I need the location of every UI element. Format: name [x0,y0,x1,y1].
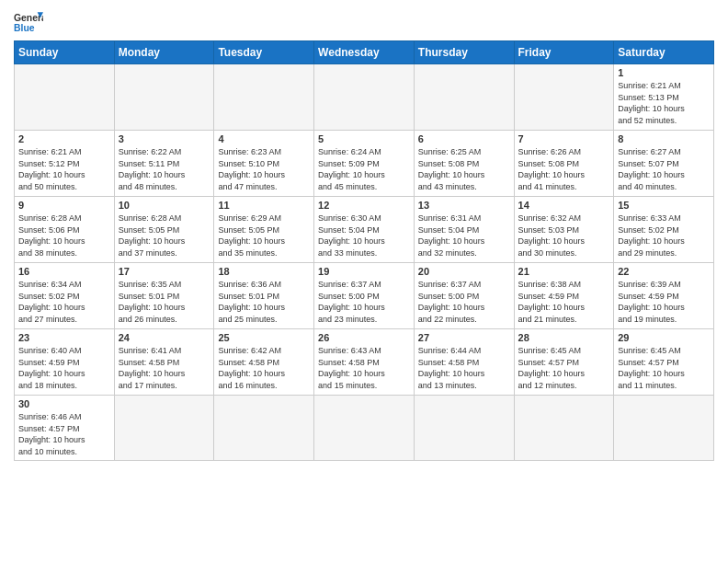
day-number: 18 [218,266,310,277]
day-info: Sunrise: 6:46 AM Sunset: 4:57 PM Dayligh… [18,411,110,457]
day-cell: 20Sunrise: 6:37 AM Sunset: 5:00 PM Dayli… [414,263,514,329]
day-cell: 25Sunrise: 6:42 AM Sunset: 4:58 PM Dayli… [214,329,314,396]
day-cell: 4Sunrise: 6:23 AM Sunset: 5:10 PM Daylig… [214,131,314,197]
calendar: SundayMondayTuesdayWednesdayThursdayFrid… [14,40,714,461]
weekday-saturday: Saturday [614,41,714,64]
day-cell: 6Sunrise: 6:25 AM Sunset: 5:08 PM Daylig… [414,131,514,197]
day-cell: 9Sunrise: 6:28 AM Sunset: 5:06 PM Daylig… [15,197,115,263]
day-number: 23 [18,332,110,343]
day-cell [114,64,214,131]
day-info: Sunrise: 6:25 AM Sunset: 5:08 PM Dayligh… [418,146,510,192]
day-number: 1 [618,67,710,78]
day-number: 12 [318,200,410,211]
day-number: 26 [318,332,410,343]
page: General Blue SundayMondayTuesdayWednesda… [0,0,728,563]
day-cell: 5Sunrise: 6:24 AM Sunset: 5:09 PM Daylig… [314,131,415,197]
day-number: 5 [318,133,410,144]
day-info: Sunrise: 6:36 AM Sunset: 5:01 PM Dayligh… [218,279,310,325]
day-info: Sunrise: 6:24 AM Sunset: 5:09 PM Dayligh… [318,146,410,192]
day-cell [414,396,514,461]
day-number: 8 [618,133,710,144]
week-row-2: 2Sunrise: 6:21 AM Sunset: 5:12 PM Daylig… [15,131,714,197]
day-cell: 18Sunrise: 6:36 AM Sunset: 5:01 PM Dayli… [214,263,314,329]
weekday-monday: Monday [114,41,214,64]
day-cell: 21Sunrise: 6:38 AM Sunset: 4:59 PM Dayli… [514,263,614,329]
day-cell [314,64,415,131]
day-cell: 22Sunrise: 6:39 AM Sunset: 4:59 PM Dayli… [614,263,714,329]
day-cell: 28Sunrise: 6:45 AM Sunset: 4:57 PM Dayli… [514,329,614,396]
day-cell: 29Sunrise: 6:45 AM Sunset: 4:57 PM Dayli… [614,329,714,396]
weekday-wednesday: Wednesday [314,41,415,64]
weekday-sunday: Sunday [15,41,115,64]
day-cell: 26Sunrise: 6:43 AM Sunset: 4:58 PM Dayli… [314,329,415,396]
day-number: 30 [18,398,110,409]
day-number: 27 [418,332,510,343]
day-number: 10 [119,200,210,211]
day-info: Sunrise: 6:30 AM Sunset: 5:04 PM Dayligh… [318,213,410,259]
day-info: Sunrise: 6:34 AM Sunset: 5:02 PM Dayligh… [18,279,110,325]
day-info: Sunrise: 6:27 AM Sunset: 5:07 PM Dayligh… [618,146,710,192]
day-info: Sunrise: 6:23 AM Sunset: 5:10 PM Dayligh… [218,146,310,192]
day-cell: 19Sunrise: 6:37 AM Sunset: 5:00 PM Dayli… [314,263,415,329]
day-info: Sunrise: 6:33 AM Sunset: 5:02 PM Dayligh… [618,213,710,259]
day-cell: 12Sunrise: 6:30 AM Sunset: 5:04 PM Dayli… [314,197,415,263]
day-number: 13 [418,200,510,211]
weekday-thursday: Thursday [414,41,514,64]
day-number: 28 [518,332,610,343]
day-cell [214,396,314,461]
logo: General Blue [14,9,43,35]
day-info: Sunrise: 6:22 AM Sunset: 5:11 PM Dayligh… [119,146,210,192]
day-info: Sunrise: 6:40 AM Sunset: 4:59 PM Dayligh… [18,345,110,391]
day-number: 21 [518,266,610,277]
day-info: Sunrise: 6:43 AM Sunset: 4:58 PM Dayligh… [318,345,410,391]
day-info: Sunrise: 6:26 AM Sunset: 5:08 PM Dayligh… [518,146,610,192]
day-number: 6 [418,133,510,144]
day-info: Sunrise: 6:39 AM Sunset: 4:59 PM Dayligh… [618,279,710,325]
day-number: 2 [18,133,110,144]
day-number: 29 [618,332,710,343]
day-info: Sunrise: 6:42 AM Sunset: 4:58 PM Dayligh… [218,345,310,391]
week-row-4: 16Sunrise: 6:34 AM Sunset: 5:02 PM Dayli… [15,263,714,329]
day-cell: 8Sunrise: 6:27 AM Sunset: 5:07 PM Daylig… [614,131,714,197]
day-cell: 11Sunrise: 6:29 AM Sunset: 5:05 PM Dayli… [214,197,314,263]
day-cell: 16Sunrise: 6:34 AM Sunset: 5:02 PM Dayli… [15,263,115,329]
svg-text:Blue: Blue [14,23,35,33]
day-cell: 14Sunrise: 6:32 AM Sunset: 5:03 PM Dayli… [514,197,614,263]
day-info: Sunrise: 6:45 AM Sunset: 4:57 PM Dayligh… [618,345,710,391]
day-info: Sunrise: 6:31 AM Sunset: 5:04 PM Dayligh… [418,213,510,259]
week-row-5: 23Sunrise: 6:40 AM Sunset: 4:59 PM Dayli… [15,329,714,396]
day-cell [214,64,314,131]
day-cell: 2Sunrise: 6:21 AM Sunset: 5:12 PM Daylig… [15,131,115,197]
day-info: Sunrise: 6:29 AM Sunset: 5:05 PM Dayligh… [218,213,310,259]
day-cell: 10Sunrise: 6:28 AM Sunset: 5:05 PM Dayli… [114,197,214,263]
day-info: Sunrise: 6:41 AM Sunset: 4:58 PM Dayligh… [119,345,210,391]
day-cell [114,396,214,461]
day-info: Sunrise: 6:28 AM Sunset: 5:05 PM Dayligh… [119,213,210,259]
day-info: Sunrise: 6:32 AM Sunset: 5:03 PM Dayligh… [518,213,610,259]
day-cell: 13Sunrise: 6:31 AM Sunset: 5:04 PM Dayli… [414,197,514,263]
day-number: 19 [318,266,410,277]
day-number: 9 [18,200,110,211]
day-number: 20 [418,266,510,277]
day-cell: 27Sunrise: 6:44 AM Sunset: 4:58 PM Dayli… [414,329,514,396]
weekday-friday: Friday [514,41,614,64]
day-info: Sunrise: 6:21 AM Sunset: 5:13 PM Dayligh… [618,80,710,126]
day-cell: 15Sunrise: 6:33 AM Sunset: 5:02 PM Dayli… [614,197,714,263]
day-number: 14 [518,200,610,211]
day-number: 22 [618,266,710,277]
day-cell: 1Sunrise: 6:21 AM Sunset: 5:13 PM Daylig… [614,64,714,131]
day-cell [514,64,614,131]
day-cell [514,396,614,461]
day-cell: 3Sunrise: 6:22 AM Sunset: 5:11 PM Daylig… [114,131,214,197]
day-cell [314,396,415,461]
day-info: Sunrise: 6:37 AM Sunset: 5:00 PM Dayligh… [318,279,410,325]
day-number: 11 [218,200,310,211]
day-cell: 17Sunrise: 6:35 AM Sunset: 5:01 PM Dayli… [114,263,214,329]
header: General Blue [14,9,714,35]
day-number: 24 [119,332,210,343]
week-row-6: 30Sunrise: 6:46 AM Sunset: 4:57 PM Dayli… [15,396,714,461]
day-info: Sunrise: 6:44 AM Sunset: 4:58 PM Dayligh… [418,345,510,391]
day-info: Sunrise: 6:28 AM Sunset: 5:06 PM Dayligh… [18,213,110,259]
day-number: 17 [119,266,210,277]
day-info: Sunrise: 6:21 AM Sunset: 5:12 PM Dayligh… [18,146,110,192]
